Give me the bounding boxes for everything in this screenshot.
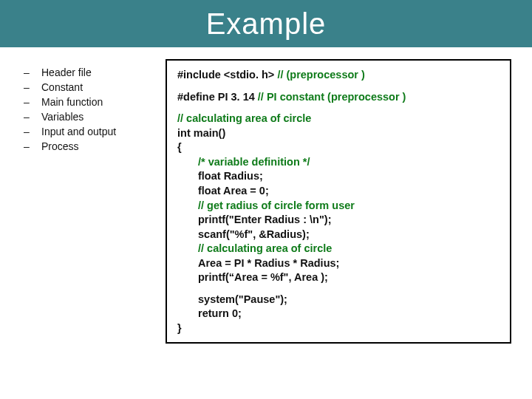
content-area: – Header file – Constant – Main function…: [0, 47, 532, 344]
code-line: float Area = 0;: [198, 184, 499, 199]
code-text: #include <stdio. h>: [177, 69, 277, 81]
code-line: #define PI 3. 14 // PI constant (preproc…: [177, 90, 499, 105]
list-item: – Input and output: [12, 126, 160, 137]
code-line: int main(): [177, 126, 499, 141]
code-line: #include <stdio. h> // (preprocessor ): [177, 68, 499, 83]
bullet-label: Input and output: [41, 126, 116, 137]
code-comment: // calculating area of circle: [198, 242, 499, 256]
bullet-dash-icon: –: [18, 81, 35, 93]
code-line: scanf("%f", &Radius);: [198, 228, 499, 242]
code-box: #include <stdio. h> // (preprocessor ) #…: [166, 59, 511, 344]
bullet-dash-icon: –: [18, 96, 35, 108]
code-line: return 0;: [198, 307, 499, 321]
bullet-dash-icon: –: [18, 126, 35, 137]
list-item: – Main function: [12, 96, 160, 108]
bullet-list: – Header file – Constant – Main function…: [12, 59, 160, 344]
code-line: system("Pause");: [198, 293, 499, 307]
code-text: #define PI 3. 14: [177, 91, 258, 103]
list-item: – Process: [12, 140, 160, 152]
code-line: printf("Enter Radius : \n");: [198, 213, 499, 228]
code-comment: // PI constant (preprocessor ): [258, 91, 406, 103]
bullet-label: Variables: [41, 111, 83, 123]
code-line: Area = PI * Radius * Radius;: [198, 256, 499, 271]
bullet-dash-icon: –: [18, 140, 35, 152]
list-item: – Header file: [12, 66, 160, 78]
list-item: – Variables: [12, 111, 160, 123]
title-bar: Example: [0, 0, 532, 47]
list-item: – Constant: [12, 81, 160, 93]
bullet-label: Constant: [41, 81, 83, 93]
code-line: printf(“Area = %f", Area );: [198, 270, 499, 285]
code-comment: // (preprocessor ): [277, 69, 364, 81]
bullet-label: Main function: [41, 96, 103, 108]
code-comment: // calculating area of circle: [177, 112, 499, 126]
code-comment: // get radius of circle form user: [198, 199, 499, 214]
bullet-label: Header file: [41, 66, 92, 78]
bullet-label: Process: [41, 140, 79, 152]
bullet-dash-icon: –: [18, 111, 35, 123]
code-line: float Radius;: [198, 169, 499, 184]
slide-title: Example: [206, 7, 327, 41]
code-line: }: [177, 321, 499, 336]
code-comment: /* variable definition */: [198, 155, 499, 170]
bullet-dash-icon: –: [18, 66, 35, 78]
code-line: {: [177, 140, 499, 155]
